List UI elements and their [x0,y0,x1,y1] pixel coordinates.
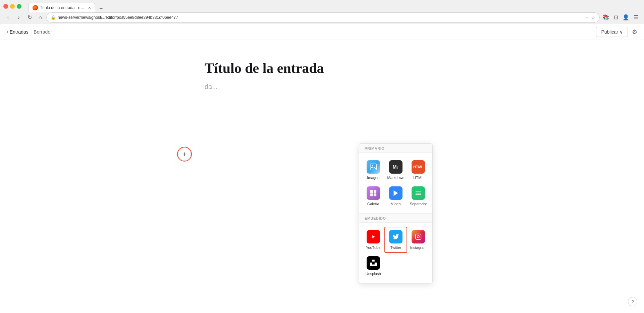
bookmarks-button[interactable]: 📚 [601,13,610,22]
menu-item-imagen-label: Imagen [367,176,379,180]
imagen-icon [367,160,380,174]
menu-item-instagram-label: Instagram [410,245,427,250]
browser-chrome: Título de la entrada - news × + ‹ › ↻ ⌂ … [0,0,644,24]
breadcrumb-status: Borrador [34,29,52,35]
back-button[interactable]: ‹ [3,13,13,22]
breadcrumb-back-label: Entradas [10,29,29,35]
toolbar-right: Publicar ∨ ⚙ [596,27,637,37]
menu-item-twitter-label: Twitter [390,245,401,250]
menu-item-separador-label: Separador [410,202,427,206]
post-title[interactable]: Título de la entrada [205,60,439,76]
active-tab[interactable]: Título de la entrada - news × [28,3,95,12]
tab-bar: Título de la entrada - news × + [25,0,109,12]
page-content: ‹ Entradas | Borrador Publicar ∨ ⚙ + Tít… [0,24,644,301]
svg-rect-2 [370,190,373,193]
svg-rect-11 [416,234,421,240]
more-options-icon: ··· [586,15,590,20]
post-body[interactable]: da... [205,83,439,91]
forward-button[interactable]: › [14,13,23,22]
embed-section: EMBEBIDO YouTube [359,213,432,283]
url-text: news-server/news/ghost/#/editor/post/5ee… [58,15,584,20]
menu-item-youtube-label: YouTube [366,245,380,250]
menu-item-separador[interactable]: Separador [407,183,430,209]
gear-icon: ⚙ [632,29,637,35]
nav-right-buttons: 📚 ⊡ 👤 ☰ [601,13,641,22]
tab-close-button[interactable]: × [88,5,91,10]
menu-item-galeria[interactable]: Galería [362,183,384,209]
publish-label: Publicar [601,29,618,35]
embed-section-header: EMBEBIDO [359,214,432,223]
new-tab-button[interactable]: + [97,5,106,12]
menu-item-unsplash-label: Unsplash [366,272,381,276]
svg-marker-6 [394,190,398,196]
minimize-window-button[interactable] [10,4,15,9]
nav-bar: ‹ › ↻ ⌂ 🔒 news-server/news/ghost/#/edito… [0,11,644,24]
svg-point-12 [417,236,420,238]
editor-area: + Título de la entrada da... PRIMARIO [198,40,446,104]
svg-point-13 [420,235,420,236]
menu-item-youtube[interactable]: YouTube [362,227,384,253]
twitter-icon [389,230,402,243]
svg-marker-10 [372,235,375,238]
svg-rect-4 [370,193,373,196]
address-bar-actions: ··· ☆ [586,15,595,20]
breadcrumb-separator: | [31,29,32,35]
menu-item-html-label: HTML [413,176,423,180]
breadcrumb-back-link[interactable]: ‹ Entradas [7,29,29,35]
youtube-icon [367,230,380,243]
instagram-icon [412,230,425,243]
window-controls [3,4,21,9]
breadcrumb: ‹ Entradas | Borrador [7,29,52,35]
maximize-window-button[interactable] [17,4,21,9]
publish-dropdown-icon: ∨ [620,29,623,35]
security-icon: 🔒 [51,15,56,20]
profile-button[interactable]: 👤 [621,13,631,22]
svg-rect-0 [370,164,376,170]
tab-favicon [33,5,38,10]
menu-item-unsplash[interactable]: Unsplash [362,253,384,279]
menu-item-html[interactable]: HTML HTML [407,157,430,183]
menu-button[interactable]: ☰ [631,13,641,22]
add-block-button[interactable]: + [178,147,191,161]
settings-button[interactable]: ⚙ [632,28,637,36]
menu-item-galeria-label: Galería [367,202,379,206]
menu-item-video-label: Vídeo [391,202,401,206]
tab-title: Título de la entrada - news [40,5,86,10]
unsplash-icon [367,256,380,270]
primary-items-grid: Imagen M↓ Markdown HTML HTML [359,153,432,213]
reload-button[interactable]: ↻ [25,13,34,22]
home-button[interactable]: ⌂ [36,13,45,22]
html-icon: HTML [412,160,425,174]
bookmark-icon[interactable]: ☆ [591,15,595,20]
separador-icon [412,186,425,200]
close-window-button[interactable] [3,4,8,9]
markdown-icon: M↓ [389,160,402,174]
embed-items-grid: YouTube Twitter [359,223,432,283]
address-bar[interactable]: 🔒 news-server/news/ghost/#/editor/post/5… [46,12,600,23]
menu-item-video[interactable]: Vídeo [384,183,407,209]
editor-toolbar: ‹ Entradas | Borrador Publicar ∨ ⚙ [0,24,644,40]
block-picker-popup: PRIMARIO Imagen M↓ Markdown [359,143,433,283]
add-block-button-wrap: + [178,147,191,161]
svg-point-1 [372,165,373,167]
menu-item-instagram[interactable]: Instagram [407,227,430,253]
title-bar: Título de la entrada - news × + [0,0,644,11]
galeria-icon [367,186,380,200]
menu-item-markdown-label: Markdown [387,176,405,180]
publish-button[interactable]: Publicar ∨ [596,27,628,37]
menu-item-markdown[interactable]: M↓ Markdown [384,157,407,183]
help-icon: ? [631,299,634,301]
plus-icon: + [182,150,186,158]
svg-rect-5 [374,193,376,196]
primary-section-header: PRIMARIO [359,144,432,153]
svg-rect-3 [374,190,376,193]
chevron-left-icon: ‹ [7,29,8,35]
menu-item-imagen[interactable]: Imagen [362,157,384,183]
video-icon [389,186,402,200]
menu-item-twitter[interactable]: Twitter [384,227,407,253]
synced-tabs-button[interactable]: ⊡ [611,13,621,22]
